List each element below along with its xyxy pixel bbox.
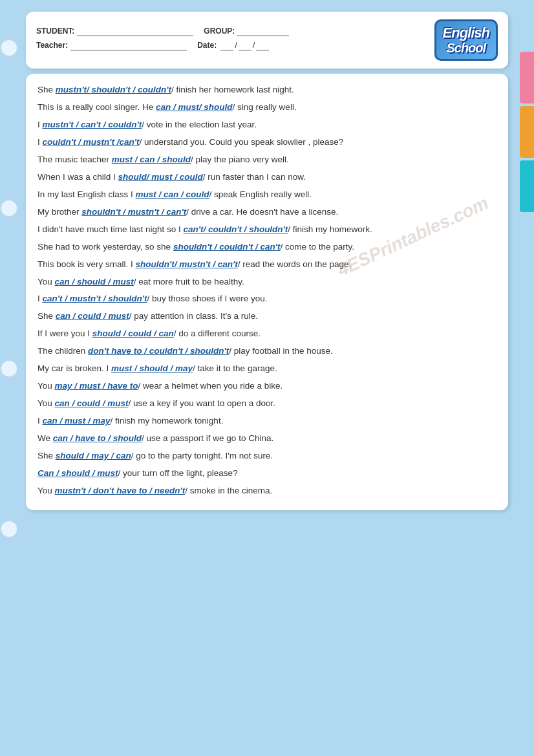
sentence-21: We can / have to / should/ use a passpor…: [37, 431, 497, 446]
sentence-before-5: The music teacher: [37, 155, 112, 164]
modal-options-12: can / should / must: [55, 277, 134, 286]
modal-options-2: can / must/ should: [156, 102, 233, 112]
sentence-before-2: This is a really cool singer. He: [37, 102, 156, 112]
sentence-after-19: / use a key if you want to open a door.: [129, 398, 275, 408]
modal-options-22: should / may / can: [56, 451, 131, 460]
logo: English School: [434, 19, 498, 61]
teacher-line: [70, 40, 187, 50]
sentence-before-8: My brother: [37, 207, 81, 217]
sentence-11: This book is very small. I shouldn't/ mu…: [37, 257, 497, 272]
sentence-after-2: / sing really well.: [233, 102, 297, 112]
sentence-16: The children don't have to / couldn't / …: [37, 344, 497, 359]
sentence-after-13: / buy those shoes if I were you.: [147, 294, 267, 303]
sentence-7: In my last English class I must / can / …: [37, 188, 497, 202]
sentence-before-24: You: [37, 486, 55, 495]
sentence-after-21: / use a passport if we go to China.: [142, 433, 273, 443]
modal-options-14: can / could / must: [56, 311, 129, 321]
student-label: STUDENT:: [36, 27, 74, 36]
sentence-19: You can / could / must/ use a key if you…: [37, 396, 497, 411]
sentence-before-12: You: [37, 277, 55, 286]
teacher-label: Teacher:: [36, 41, 68, 50]
modal-options-10: shouldn't / couldn't / can't: [173, 242, 281, 252]
sentence-after-6: / run faster than I can now.: [203, 172, 306, 182]
sentence-20: I can / must / may/ finish my homework t…: [37, 414, 497, 429]
modal-options-13: can't / mustn't / shouldn't: [43, 294, 147, 303]
modal-options-6: should/ must / could: [118, 172, 203, 182]
sentences-container: She mustn't/ shouldn't / couldn't/ finis…: [37, 83, 497, 499]
sentence-before-19: You: [37, 398, 55, 408]
sentence-2: This is a really cool singer. He can / m…: [37, 100, 497, 115]
header-card: STUDENT: GROUP: Teacher: Date: / / Engli…: [26, 12, 508, 69]
modal-options-3: mustn't / can't / couldn't: [43, 120, 142, 129]
sentence-after-18: / wear a helmet when you ride a bike.: [138, 381, 283, 391]
tab-cyan: [520, 160, 534, 212]
sentence-before-13: I: [37, 294, 43, 303]
sentence-before-20: I: [37, 416, 43, 426]
sentence-8: My brother shouldn't / mustn't / can't/ …: [37, 205, 497, 220]
sentence-after-17: / take it to the garage.: [193, 363, 277, 373]
sentence-after-9: / finish my homework.: [288, 224, 372, 234]
sentence-17: My car is broken. I must / should / may/…: [37, 362, 497, 376]
tab-orange: [520, 106, 534, 158]
modal-options-17: must / should / may: [111, 363, 193, 373]
sentence-after-7: / speak English really well.: [209, 189, 312, 199]
tab-pink: [520, 52, 534, 103]
modal-options-24: mustn't / don't have to / needn't: [55, 486, 186, 495]
sentence-12: You can / should / must/ eat more fruit …: [37, 275, 497, 290]
sentence-after-10: / come to the party.: [281, 242, 355, 252]
group-line: [237, 26, 289, 36]
sentence-3: I mustn't / can't / couldn't/ vote in th…: [37, 118, 497, 133]
right-tabs: [520, 52, 534, 212]
sentence-22: She should / may / can/ go to the party …: [37, 449, 497, 464]
logo-text-line1: English: [443, 25, 489, 41]
sentence-before-7: In my last English class I: [37, 189, 136, 199]
modal-options-19: can / could / must: [55, 398, 129, 408]
date-month: [239, 40, 251, 50]
sentence-after-8: / drive a car. He doesn't have a license…: [186, 207, 338, 217]
sentence-before-3: I: [37, 120, 43, 129]
modal-options-16: don't have to / couldn't / shouldn't: [88, 346, 229, 356]
date-year: [256, 40, 269, 50]
modal-options-11: shouldn't/ mustn't / can't: [136, 259, 238, 269]
modal-options-21: can / have to / should: [53, 433, 142, 443]
sentence-after-14: / pay attention in class. It's a rule.: [129, 311, 258, 321]
modal-options-9: can't/ couldn't / shouldn't: [183, 224, 288, 234]
sentence-after-5: / play the piano very well.: [191, 155, 289, 164]
circle-1: [0, 39, 18, 57]
header-fields: STUDENT: GROUP: Teacher: Date: / /: [36, 26, 434, 54]
sentence-14: She can / could / must/ pay attention in…: [37, 309, 497, 324]
sentence-after-1: / finish her homework last night.: [171, 85, 294, 94]
sentence-10: She had to work yesterday, so she should…: [37, 240, 497, 255]
student-line: [77, 26, 193, 36]
sentence-18: You may / must / have to/ wear a helmet …: [37, 379, 497, 394]
date-label: Date:: [197, 41, 217, 50]
sentence-before-6: When I was a child I: [37, 172, 118, 182]
circle-2: [0, 199, 18, 217]
modal-options-5: must / can / should: [112, 155, 191, 164]
logo-text-line2: School: [443, 41, 489, 55]
student-row: STUDENT: GROUP:: [36, 26, 434, 36]
sentence-after-20: / finish my homework tonight.: [111, 416, 224, 426]
modal-options-20: can / must / may: [43, 416, 111, 426]
sentence-15: If I were you I should / could / can/ do…: [37, 327, 497, 341]
sentence-after-3: / vote in the election last year.: [142, 120, 257, 129]
sentence-1: She mustn't/ shouldn't / couldn't/ finis…: [37, 83, 497, 98]
sentence-before-22: She: [37, 451, 56, 460]
sentence-after-11: / read the words on the page.: [238, 259, 352, 269]
sentence-before-9: I didn't have much time last night so I: [37, 224, 183, 234]
modal-options-1: mustn't/ shouldn't / couldn't: [56, 85, 171, 94]
date-day: [220, 40, 233, 50]
sentence-after-4: / understand you. Could you speak slowli…: [139, 137, 343, 147]
circle-3: [0, 360, 18, 378]
sentence-after-24: / smoke in the cinema.: [185, 486, 272, 495]
sentence-before-17: My car is broken. I: [37, 363, 111, 373]
sentence-after-15: / do a different course.: [174, 329, 261, 338]
sentence-before-4: I: [37, 137, 43, 147]
sentence-23: Can / should / must/ your turn off the l…: [37, 466, 497, 481]
teacher-row: Teacher: Date: / /: [36, 40, 434, 50]
sentence-after-22: / go to the party tonight. I'm not sure.: [131, 451, 273, 460]
modal-options-18: may / must / have to: [55, 381, 138, 391]
circle-4: [0, 520, 18, 538]
sentence-before-21: We: [37, 433, 53, 443]
sentence-4: I couldn't / mustn't /can't/ understand …: [37, 135, 497, 150]
